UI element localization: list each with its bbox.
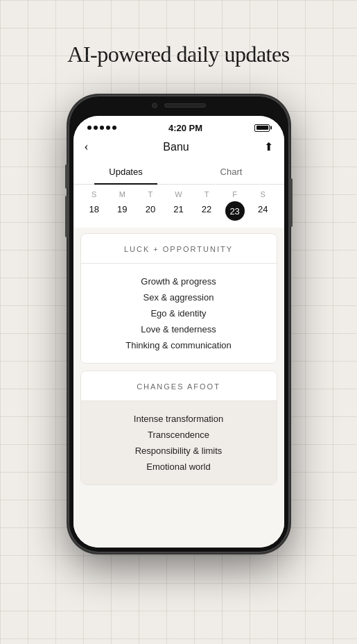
day-label-t1: T — [137, 190, 165, 198]
cal-date-21[interactable]: 21 — [164, 201, 193, 221]
signal-dot-4 — [106, 126, 110, 130]
share-button[interactable]: ⬆ — [264, 140, 273, 153]
changes-item-emotional: Emotional world — [92, 459, 265, 475]
luck-item-thinking: Thinking & communication — [92, 337, 265, 353]
nav-title: Banu — [163, 141, 189, 153]
changes-item-transcendence: Transcendence — [92, 427, 265, 443]
cal-date-23-today[interactable]: 23 — [225, 201, 245, 221]
cal-date-24[interactable]: 24 — [249, 201, 277, 221]
cal-date-22[interactable]: 22 — [193, 201, 221, 221]
battery-fill — [256, 126, 268, 130]
phone-body: 4:20 PM ‹ Banu ⬆ Updates Chart — [68, 95, 290, 553]
changes-afoot-header: CHANGES AFOOT — [81, 371, 277, 401]
cal-date-19[interactable]: 19 — [108, 201, 137, 221]
changes-item-intense: Intense transformation — [92, 411, 265, 427]
back-button[interactable]: ‹ — [85, 139, 89, 154]
luck-opportunity-header: LUCK + OPPORTUNITY — [81, 234, 277, 264]
signal-dot-1 — [87, 126, 92, 130]
navigation-bar: ‹ Banu ⬆ — [73, 137, 284, 160]
power-button — [290, 178, 293, 227]
signal-indicator — [87, 126, 116, 130]
luck-item-love: Love & tenderness — [92, 321, 265, 337]
changes-afoot-title: CHANGES AFOOT — [137, 382, 220, 391]
calendar-day-labels: S M T W T F S — [80, 190, 277, 198]
day-label-s2: S — [249, 190, 277, 198]
battery-icon — [254, 124, 270, 132]
volume-button — [65, 196, 68, 237]
changes-afoot-body: Intense transformation Transcendence Res… — [81, 401, 277, 484]
tab-updates[interactable]: Updates — [73, 160, 179, 184]
status-time: 4:20 PM — [168, 123, 202, 133]
speaker-bar — [164, 103, 206, 108]
day-label-m: M — [108, 190, 137, 198]
phone-screen: 4:20 PM ‹ Banu ⬆ Updates Chart — [73, 116, 284, 548]
calendar: S M T W T F S 18 19 20 21 22 23 24 — [73, 185, 284, 228]
day-label-s1: S — [80, 190, 109, 198]
day-label-f: F — [220, 190, 249, 198]
luck-opportunity-body: Growth & progress Sex & aggression Ego &… — [81, 264, 277, 363]
status-bar: 4:20 PM — [73, 116, 284, 137]
tab-updates-label: Updates — [109, 167, 142, 177]
phone-mockup: 4:20 PM ‹ Banu ⬆ Updates Chart — [0, 88, 357, 553]
screen-content: LUCK + OPPORTUNITY Growth & progress Sex… — [73, 228, 284, 548]
page-title: AI-powered daily updates — [0, 0, 357, 88]
signal-dot-3 — [100, 126, 104, 130]
cal-date-18[interactable]: 18 — [80, 201, 109, 221]
tab-bar: Updates Chart — [73, 160, 284, 185]
changes-item-responsibility: Responsibility & limits — [92, 443, 265, 459]
signal-dot-2 — [94, 126, 98, 130]
day-label-t2: T — [193, 190, 221, 198]
luck-opportunity-card: LUCK + OPPORTUNITY Growth & progress Sex… — [80, 233, 277, 364]
tab-chart-label: Chart — [220, 167, 243, 177]
changes-afoot-card: CHANGES AFOOT Intense transformation Tra… — [80, 371, 277, 485]
luck-item-sex: Sex & aggression — [92, 289, 265, 305]
tab-chart[interactable]: Chart — [179, 160, 284, 184]
phone-notch — [68, 95, 290, 116]
luck-item-growth: Growth & progress — [92, 273, 265, 289]
cal-date-20[interactable]: 20 — [137, 201, 165, 221]
luck-item-ego: Ego & identity — [92, 305, 265, 321]
luck-opportunity-title: LUCK + OPPORTUNITY — [124, 245, 233, 253]
calendar-dates: 18 19 20 21 22 23 24 — [80, 201, 277, 221]
camera-dot — [152, 103, 157, 108]
day-label-w: W — [164, 190, 193, 198]
signal-dot-5 — [112, 126, 116, 130]
